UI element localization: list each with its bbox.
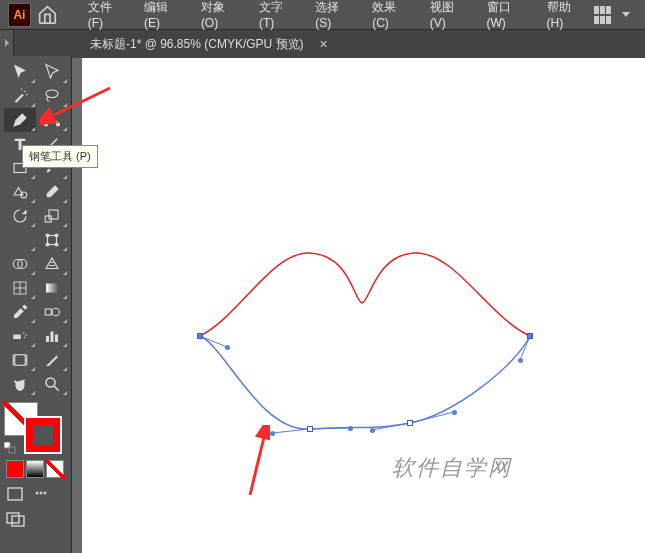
document-tab[interactable]: 未标题-1* @ 96.85% (CMYK/GPU 预览) × xyxy=(82,31,336,58)
swatch-gradient[interactable] xyxy=(26,460,44,478)
swatch-none[interactable] xyxy=(46,460,64,478)
svg-rect-16 xyxy=(49,210,58,219)
svg-rect-28 xyxy=(45,309,51,315)
tool-pen[interactable] xyxy=(4,108,36,132)
tool-perspective[interactable] xyxy=(36,252,68,276)
tool-scale[interactable] xyxy=(36,204,68,228)
svg-rect-27 xyxy=(46,284,58,293)
tool-mesh[interactable] xyxy=(4,276,36,300)
artboard[interactable]: 软件自学网 xyxy=(82,58,645,553)
menu-file[interactable]: 文件(F) xyxy=(78,0,134,34)
workspace-switcher-icon[interactable] xyxy=(594,6,612,24)
svg-point-20 xyxy=(46,243,49,246)
menu-type[interactable]: 文字(T) xyxy=(249,0,305,34)
svg-point-29 xyxy=(52,308,60,316)
svg-point-33 xyxy=(24,337,26,339)
svg-point-7 xyxy=(26,94,28,96)
toolbar-collapse-toggle[interactable] xyxy=(0,30,14,56)
tool-selection[interactable] xyxy=(4,60,36,84)
handle-point[interactable] xyxy=(518,358,523,363)
svg-point-46 xyxy=(40,492,43,495)
tool-shaper[interactable] xyxy=(4,180,36,204)
anchor-point[interactable] xyxy=(197,333,203,339)
tool-artboard[interactable] xyxy=(4,348,36,372)
handle-point[interactable] xyxy=(370,428,375,433)
fill-stroke-control[interactable] xyxy=(0,400,71,458)
svg-point-18 xyxy=(46,234,49,237)
svg-rect-5 xyxy=(606,16,611,24)
tool-eyedropper[interactable] xyxy=(4,300,36,324)
toolbar xyxy=(0,56,72,553)
handle-point[interactable] xyxy=(452,410,457,415)
home-icon[interactable] xyxy=(37,4,58,26)
draw-normal-icon[interactable] xyxy=(6,486,24,504)
handle-point[interactable] xyxy=(348,426,353,431)
menu-items: 文件(F) 编辑(E) 对象(O) 文字(T) 选择(S) 效果(C) 视图(V… xyxy=(78,0,594,34)
svg-point-31 xyxy=(23,332,25,334)
svg-rect-44 xyxy=(8,488,22,500)
menu-effect[interactable]: 效果(C) xyxy=(362,0,420,34)
draw-screen-modes xyxy=(0,480,71,534)
svg-line-41 xyxy=(54,386,59,391)
anchor-point[interactable] xyxy=(527,333,533,339)
menu-view[interactable]: 视图(V) xyxy=(420,0,477,34)
svg-rect-30 xyxy=(13,335,21,340)
menu-edit[interactable]: 编辑(E) xyxy=(134,0,191,34)
svg-point-21 xyxy=(55,243,58,246)
menu-select[interactable]: 选择(S) xyxy=(305,0,362,34)
svg-rect-49 xyxy=(12,516,24,526)
svg-point-40 xyxy=(46,378,55,387)
annotation-arrow-icon xyxy=(210,425,270,505)
tool-free-transform[interactable] xyxy=(36,228,68,252)
svg-point-19 xyxy=(55,234,58,237)
chevron-down-icon[interactable] xyxy=(622,12,630,18)
svg-rect-35 xyxy=(51,332,54,343)
screen-mode-icon[interactable] xyxy=(6,512,26,528)
menu-object[interactable]: 对象(O) xyxy=(191,0,249,34)
menu-help[interactable]: 帮助(H) xyxy=(537,0,595,34)
artwork-svg xyxy=(82,58,645,553)
svg-rect-2 xyxy=(606,6,611,14)
svg-line-56 xyxy=(48,88,110,118)
tool-column-graph[interactable] xyxy=(36,324,68,348)
svg-line-54 xyxy=(410,412,454,423)
stroke-color-box[interactable] xyxy=(26,418,60,452)
svg-point-8 xyxy=(21,89,23,91)
path-lower-lip[interactable] xyxy=(200,336,530,429)
handle-point[interactable] xyxy=(225,345,230,350)
svg-rect-36 xyxy=(55,335,58,343)
tool-gradient[interactable] xyxy=(36,276,68,300)
tool-zoom[interactable] xyxy=(36,372,68,396)
tool-hand[interactable] xyxy=(4,372,36,396)
tab-close-icon[interactable]: × xyxy=(320,36,328,52)
tool-symbol-sprayer[interactable] xyxy=(4,324,36,348)
svg-point-32 xyxy=(25,335,27,337)
tool-eraser[interactable] xyxy=(36,180,68,204)
svg-rect-37 xyxy=(15,355,26,366)
tabbar: 未标题-1* @ 96.85% (CMYK/GPU 预览) × xyxy=(0,30,645,58)
svg-point-6 xyxy=(24,91,26,93)
swatch-color[interactable] xyxy=(6,460,24,478)
svg-line-57 xyxy=(250,433,265,495)
menu-window[interactable]: 窗口(W) xyxy=(477,0,537,34)
tool-magic-wand[interactable] xyxy=(4,84,36,108)
svg-rect-0 xyxy=(594,6,599,14)
canvas-area[interactable]: 软件自学网 xyxy=(72,58,645,553)
tooltip-pen: 钢笔工具 (P) xyxy=(22,145,98,168)
tool-rotate[interactable] xyxy=(4,204,36,228)
svg-point-47 xyxy=(44,492,47,495)
app-logo: Ai xyxy=(8,3,31,27)
menubar: Ai 文件(F) 编辑(E) 对象(O) 文字(T) 选择(S) 效果(C) 视… xyxy=(0,0,645,30)
path-upper-lip[interactable] xyxy=(200,253,530,336)
default-fill-stroke-icon[interactable] xyxy=(4,442,16,454)
svg-rect-3 xyxy=(594,16,599,24)
anchor-point[interactable] xyxy=(407,420,413,426)
tool-slice[interactable] xyxy=(36,348,68,372)
annotation-arrow-icon xyxy=(40,78,120,128)
tool-shape-builder[interactable] xyxy=(4,252,36,276)
dots-icon[interactable] xyxy=(34,486,48,500)
tool-blend[interactable] xyxy=(36,300,68,324)
tool-width[interactable] xyxy=(4,228,36,252)
anchor-point[interactable] xyxy=(307,426,313,432)
handle-point[interactable] xyxy=(270,431,275,436)
